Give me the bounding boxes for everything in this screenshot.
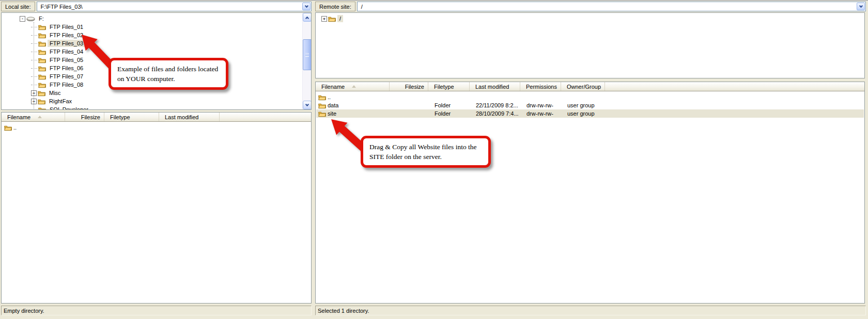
folder-icon [38,73,46,80]
column-label: Permissions [526,84,557,90]
tree-item-drive-f[interactable]: - F: [2,14,311,23]
file-row[interactable]: siteFolder28/10/2009 7:4...drw-rw-rw-use… [316,109,864,118]
column-header-permissions[interactable]: Permissions [520,82,561,91]
folder-icon [38,24,46,30]
local-site-label: Local site: [1,2,35,11]
folder-icon [38,57,46,63]
sort-ascending-icon [38,116,42,118]
column-header-filename[interactable]: Filename [316,82,390,91]
tree-connector [31,76,37,77]
column-label: Last modified [475,84,509,90]
tree-expand-icon[interactable]: + [321,16,327,22]
folder-icon [318,110,326,117]
tree-connector [31,27,37,27]
column-label: Filetype [434,84,454,90]
file-permissions-cell: drw-rw-rw- [521,102,562,108]
folder-icon [38,49,46,55]
tree-item-label: FTP Files_08 [48,81,85,88]
remote-site-bar: Remote site: / [315,2,866,11]
folder-icon [38,98,45,105]
remote-file-list: FilenameFilesizeFiletypeLast modifiedPer… [315,82,865,304]
tree-item-label: RightFax [47,98,74,105]
remote-tree-box: + / [316,13,864,77]
tree-item[interactable]: +RightFax [2,97,311,105]
folder-icon [38,106,46,110]
file-filetype-cell: Folder [429,110,470,117]
file-owner_group-cell: user group [562,110,606,117]
column-header-filetype[interactable]: Filetype [428,82,470,91]
scroll-up-button[interactable] [303,13,312,22]
tree-item-label: FTP Files_01 [48,23,85,30]
tree-item-label: FTP Files_06 [48,65,85,72]
tree-item-label: / [337,15,343,22]
file-row[interactable]: dataFolder22/11/2009 8:2...drw-rw-rw-use… [316,101,864,109]
file-filetype-cell: Folder [429,102,470,108]
remote-list-body: ..dataFolder22/11/2009 8:2...drw-rw-rw-u… [316,92,864,302]
column-header-filler [605,82,864,91]
file-row[interactable]: .. [316,93,864,101]
column-label: Filename [321,84,345,90]
local-file-list: FilenameFilesizeFiletypeLast modified .. [1,112,312,304]
tree-collapse-icon[interactable]: - [20,16,25,22]
remote-status-bar: Selected 1 directory. [315,306,866,315]
tree-item-label: FTP Files_04 [48,48,85,55]
file-owner_group-cell: user group [562,102,606,108]
drive-icon [26,16,35,22]
tree-item[interactable]: SQL Developer [2,105,311,110]
column-header-filename[interactable]: Filename [2,113,65,121]
tree-item[interactable]: +Misc [2,89,311,97]
tree-item[interactable]: FTP Files_02 [2,31,311,39]
folder-icon [318,102,326,109]
column-label: Filesize [81,114,100,120]
tree-item[interactable]: FTP Files_04 [2,47,311,56]
tree-connector-line [34,22,34,109]
file-name-cell: data [316,102,390,109]
column-label: Last modified [165,114,198,120]
column-label: Filename [7,114,30,120]
folder-icon [38,82,46,88]
scrollbar-thumb[interactable] [303,39,312,70]
local-site-path-value: F:\FTP Files_03\ [41,4,83,10]
tree-connector [31,35,37,36]
chevron-down-icon [304,4,308,8]
chevron-up-icon [305,16,309,20]
tree-item[interactable]: FTP Files_03 [2,39,311,47]
column-header-filesize[interactable]: Filesize [390,82,428,91]
remote-status-text: Selected 1 directory. [318,308,369,314]
file-name-cell: .. [316,94,390,101]
local-tree-scrollbar[interactable] [302,13,311,109]
remote-site-path-value: / [361,4,363,10]
column-header-last_modified[interactable]: Last modified [470,82,520,91]
column-header-last_modified[interactable]: Last modified [159,113,220,121]
tree-item-label: FTP Files_03 [48,40,85,47]
tree-item-label: Misc [47,89,63,97]
column-header-filesize[interactable]: Filesize [65,113,104,121]
remote-site-dropdown-button[interactable] [857,3,865,10]
tree-item[interactable]: FTP Files_01 [2,23,311,31]
column-header-owner_group[interactable]: Owner/Group [561,82,605,91]
file-permissions-cell: drw-rw-rw- [521,110,562,117]
remote-site-label: Remote site: [315,2,355,11]
callout-site-folder: Drag & Copy all Website files into the S… [361,136,491,168]
tree-connector [31,52,37,52]
column-label: Filetype [110,114,130,120]
remote-list-header: FilenameFilesizeFiletypeLast modifiedPer… [316,82,864,91]
local-site-path-input[interactable]: F:\FTP Files_03\ [37,2,312,11]
remote-site-path-input[interactable]: / [357,2,866,11]
file-last_modified-cell: 28/10/2009 7:4... [470,110,521,117]
folder-icon [328,15,336,22]
file-row[interactable]: .. [2,123,311,132]
file-name-cell: .. [2,124,66,131]
folder-icon [318,94,326,101]
local-site-dropdown-button[interactable] [302,3,311,10]
callout-text: Example of files and folders located on … [117,65,218,83]
scroll-down-button[interactable] [303,101,312,109]
column-header-filetype[interactable]: Filetype [104,113,159,121]
callout-text: Drag & Copy all Website files into the S… [369,143,477,161]
tree-connector [31,60,37,60]
folder-icon [4,124,12,131]
tree-item-root[interactable]: + / [316,14,864,23]
local-site-bar: Local site: F:\FTP Files_03\ [1,2,312,11]
tree-connector [31,43,37,44]
tree-connector [31,68,37,69]
